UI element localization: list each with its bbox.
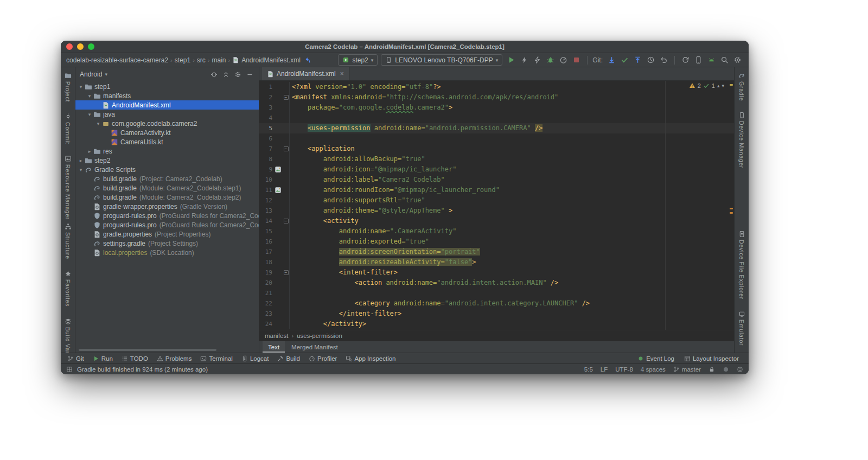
gutter[interactable]: 10 bbox=[259, 175, 290, 185]
feedback-smiley-icon[interactable] bbox=[737, 366, 743, 373]
tool-button-terminal[interactable]: Terminal bbox=[196, 353, 237, 363]
gutter[interactable]: 2− bbox=[259, 92, 290, 103]
gutter[interactable]: 4 bbox=[259, 113, 290, 123]
minimize-button[interactable] bbox=[77, 43, 84, 50]
toolwindow-button-resource-manager[interactable]: Resource Manager bbox=[61, 154, 75, 221]
tree-item[interactable]: proguard-rules.pro(ProGuard Rules for Ca… bbox=[75, 220, 259, 229]
code-text[interactable]: android:name=".CameraActivity" bbox=[290, 226, 456, 237]
code-text[interactable]: android:allowBackup="true" bbox=[290, 154, 425, 164]
gutter[interactable]: 22 bbox=[259, 298, 290, 309]
code-text[interactable]: <activity bbox=[290, 216, 359, 226]
warning-mark[interactable] bbox=[730, 84, 733, 86]
tool-button-run[interactable]: Run bbox=[88, 353, 117, 363]
gutter[interactable]: 13 bbox=[259, 206, 290, 216]
rollback-button[interactable] bbox=[658, 54, 669, 66]
gutter[interactable]: 23 bbox=[259, 309, 290, 319]
search-button[interactable] bbox=[719, 54, 730, 66]
gutter[interactable]: 17 bbox=[259, 247, 290, 257]
code-text[interactable]: <action android:name="android.intent.act… bbox=[290, 278, 558, 288]
device-selector[interactable]: LENOVO Lenovo TB-Q706F-DPP ▾ bbox=[381, 54, 502, 66]
fold-marker[interactable]: − bbox=[283, 219, 289, 223]
tree-item[interactable]: ▾Gradle Scripts bbox=[75, 165, 259, 174]
code-text[interactable]: android:label="Camera2 Codelab" bbox=[290, 175, 445, 185]
toolwindow-button-emulator[interactable]: Emulator bbox=[735, 309, 749, 347]
tool-button-git[interactable]: Git bbox=[63, 353, 88, 363]
gutter[interactable]: 5 bbox=[259, 123, 290, 133]
tree-item[interactable]: settings.gradle(Project Settings) bbox=[75, 239, 259, 248]
toolwindow-button-project[interactable]: Project bbox=[61, 71, 75, 104]
next-issue-icon[interactable]: ▾ bbox=[722, 83, 724, 88]
code-text[interactable]: package="com.google.codelab.camera2"> bbox=[290, 103, 452, 113]
gutter[interactable]: 16 bbox=[259, 237, 290, 247]
back-arrow-icon[interactable] bbox=[304, 56, 311, 64]
gutter[interactable]: 7− bbox=[259, 144, 290, 154]
notifications-icon[interactable] bbox=[723, 366, 729, 373]
caret-position[interactable]: 5:5 bbox=[584, 366, 593, 373]
gutter[interactable]: 18 bbox=[259, 257, 290, 267]
code-text[interactable]: android:roundIcon="@mipmap/ic_launcher_r… bbox=[290, 185, 500, 195]
tool-button-profiler[interactable]: Profiler bbox=[304, 353, 341, 363]
close-icon[interactable]: × bbox=[340, 70, 344, 78]
lock-icon[interactable] bbox=[709, 366, 715, 373]
stop-button[interactable] bbox=[571, 54, 582, 66]
settings-button[interactable] bbox=[732, 54, 743, 66]
fold-marker[interactable]: − bbox=[283, 95, 289, 100]
gutter[interactable]: 1 bbox=[259, 82, 290, 92]
tree-item[interactable]: local.properties(SDK Location) bbox=[75, 248, 259, 257]
change-mark[interactable] bbox=[730, 208, 733, 209]
code-text[interactable]: <application bbox=[290, 144, 355, 154]
change-mark[interactable] bbox=[730, 212, 733, 214]
tree-item[interactable]: AndroidManifest.xml bbox=[75, 100, 259, 110]
tool-button-todo[interactable]: TODO bbox=[117, 353, 152, 363]
gutter[interactable]: 3 bbox=[259, 103, 290, 113]
apply-changes-button[interactable] bbox=[519, 54, 530, 66]
editor-tab[interactable]: AndroidManifest.xml × bbox=[262, 67, 349, 80]
breadcrumb-item[interactable]: step1 bbox=[175, 56, 190, 64]
tree-item[interactable]: ▾com.google.codelab.camera2 bbox=[75, 119, 259, 128]
code-text[interactable]: android:resizeableActivity="false"> bbox=[290, 257, 476, 267]
profile-button[interactable] bbox=[558, 54, 569, 66]
breadcrumb-item[interactable]: main bbox=[212, 56, 226, 64]
tree-item[interactable]: proguard-rules.pro(ProGuard Rules for Ca… bbox=[75, 211, 259, 220]
run-button[interactable] bbox=[506, 54, 517, 66]
tree-item[interactable]: build.gradle(Module: Camera2_Codelab.ste… bbox=[75, 193, 259, 202]
tool-button-problems[interactable]: Problems bbox=[152, 353, 196, 363]
tree-item[interactable]: CameraUtils.kt bbox=[75, 137, 259, 146]
tool-button-logcat[interactable]: Logcat bbox=[237, 353, 273, 363]
fold-marker[interactable]: − bbox=[283, 146, 289, 151]
breadcrumb-file[interactable]: AndroidManifest.xml bbox=[232, 56, 301, 64]
gutter[interactable]: 12 bbox=[259, 195, 290, 206]
gutter[interactable]: 6 bbox=[259, 133, 290, 144]
resource-preview-icon[interactable] bbox=[273, 187, 283, 194]
tree-item[interactable]: ▾java bbox=[75, 110, 259, 119]
code-text[interactable]: android:icon="@mipmap/ic_launcher" bbox=[290, 164, 456, 175]
gutter[interactable]: 9 bbox=[259, 164, 290, 175]
tree-item[interactable]: build.gradle(Project: Camera2_Codelab) bbox=[75, 174, 259, 183]
fold-marker[interactable]: − bbox=[283, 270, 289, 275]
apply-code-changes-button[interactable] bbox=[532, 54, 543, 66]
project-view-selector[interactable]: Android ▾ bbox=[80, 71, 107, 78]
history-button[interactable] bbox=[645, 54, 656, 66]
code-text[interactable]: </intent-filter> bbox=[290, 309, 401, 319]
code-text[interactable]: <intent-filter> bbox=[290, 267, 398, 278]
gutter[interactable]: 14− bbox=[259, 216, 290, 226]
zoom-button[interactable] bbox=[88, 43, 94, 50]
toolwindow-button-structure[interactable]: Structure bbox=[61, 221, 75, 261]
git-branch-widget[interactable]: master bbox=[673, 366, 701, 373]
breadcrumb-item[interactable]: codelab-resizable-surface-camera2 bbox=[66, 56, 168, 64]
hide-button[interactable] bbox=[245, 70, 254, 79]
line-separator-widget[interactable]: LF bbox=[601, 366, 608, 373]
toolwindow-button-commit[interactable]: Commit bbox=[61, 111, 75, 146]
tree-item[interactable]: ▾step1 bbox=[75, 82, 259, 91]
push-button[interactable] bbox=[632, 54, 643, 66]
resource-preview-icon[interactable] bbox=[273, 166, 283, 173]
update-button[interactable] bbox=[606, 54, 617, 66]
tree-item[interactable]: ▾manifests bbox=[75, 91, 259, 100]
tool-button-layout-inspector[interactable]: Layout Inspector bbox=[680, 353, 743, 363]
error-stripe[interactable] bbox=[729, 81, 734, 330]
prev-issue-icon[interactable]: ▴ bbox=[717, 83, 720, 88]
gutter[interactable]: 24 bbox=[259, 319, 290, 329]
gutter[interactable]: 11 bbox=[259, 185, 290, 195]
indent-widget[interactable]: 4 spaces bbox=[641, 366, 666, 373]
view-tab-merged-manifest[interactable]: Merged Manifest bbox=[286, 341, 343, 353]
